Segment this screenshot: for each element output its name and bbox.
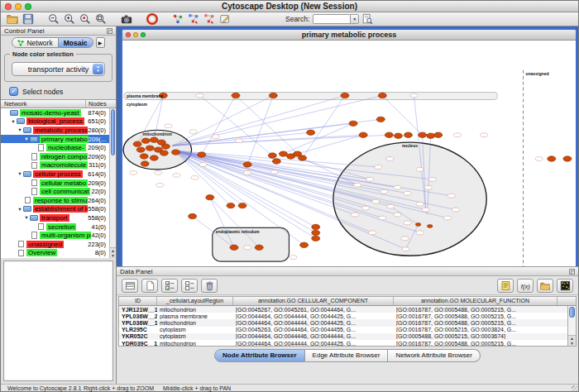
network-node[interactable] — [372, 199, 380, 203]
search-dropdown-arrow-icon[interactable]: ▼ — [351, 14, 359, 24]
select-nodes-checkbox[interactable]: ✓ — [9, 87, 18, 96]
network-node[interactable] — [270, 170, 278, 174]
annotation-icon[interactable] — [218, 13, 232, 26]
zoom-in-icon[interactable] — [62, 13, 76, 26]
tab-node-attribute-browser[interactable]: Node Attribute Browser — [214, 349, 305, 362]
tree-row-unassigned[interactable]: unassigned223(0) — [1, 240, 116, 249]
plasma-membrane-region[interactable] — [124, 93, 497, 100]
tree-scrollbar-arrows[interactable]: ▲▼ — [110, 247, 116, 258]
network-node[interactable] — [244, 246, 251, 250]
attribute-search-icon[interactable] — [360, 13, 374, 26]
edit-network-red-icon[interactable] — [202, 13, 216, 26]
network-node-selected-color[interactable] — [419, 132, 427, 137]
tree-row-multi-organism-pro[interactable]: multi-organism pro42(0) — [1, 231, 116, 240]
network-node-selected-color[interactable] — [300, 242, 309, 247]
expand-triangle-icon[interactable]: ▼ — [17, 127, 23, 132]
tree-row-biological-process[interactable]: ▼biological_process651(0) — [1, 117, 116, 127]
expand-triangle-icon[interactable]: ▼ — [17, 171, 23, 176]
network-node-selected-color[interactable] — [307, 130, 315, 135]
network-node-selected-color[interactable] — [243, 162, 251, 167]
zoom-selected-icon[interactable] — [78, 13, 92, 26]
network-node[interactable] — [375, 165, 382, 170]
network-node-selected-color[interactable] — [206, 195, 214, 200]
network-node[interactable] — [416, 231, 423, 235]
network-node-selected-color[interactable] — [133, 141, 141, 146]
network-node-selected-color[interactable] — [269, 93, 277, 98]
network-node[interactable] — [290, 256, 297, 260]
tab-network[interactable]: Network — [12, 37, 58, 48]
network-node[interactable] — [401, 237, 409, 241]
tree-row-secretion[interactable]: secretion41(0) — [1, 222, 116, 232]
tab-mosaic[interactable]: Mosaic — [59, 37, 93, 48]
tree-row-macromolecule[interactable]: macromolecule311(0) — [1, 161, 116, 170]
tree-row-establishment-of-lo[interactable]: ▼establishment of lo558(0) — [1, 205, 116, 214]
tab-network-attribute-browser[interactable]: Network Attribute Browser — [388, 349, 480, 362]
tree-row-cell-communicat[interactable]: cell communicat22(0) — [1, 187, 116, 196]
network-node[interactable] — [366, 177, 374, 181]
network-node-selected-color[interactable] — [227, 203, 235, 208]
float-panel-icon[interactable] — [107, 28, 112, 34]
tab-overflow-arrow[interactable]: ▶ — [96, 37, 105, 48]
table-column-header[interactable]: _cellularLayoutRegion — [157, 297, 233, 305]
search-input[interactable] — [313, 14, 351, 24]
network-node-selected-color[interactable] — [563, 156, 572, 161]
network-node-selected-color[interactable] — [150, 137, 158, 142]
zoom-fit-icon[interactable] — [93, 13, 108, 26]
network-node-selected-color[interactable] — [404, 132, 412, 137]
tree-row-metabolic-process[interactable]: ▼metabolic process280(0) — [1, 126, 116, 135]
help-icon[interactable] — [145, 13, 159, 26]
network-node-selected-color[interactable] — [312, 236, 320, 241]
network-node-selected-color[interactable] — [141, 161, 149, 166]
network-node-selected-color[interactable] — [279, 151, 287, 156]
snapshot-icon[interactable] — [119, 13, 133, 26]
network-node-selected-color[interactable] — [161, 144, 170, 149]
tree-scrollbar-thumb[interactable] — [111, 109, 115, 155]
network-canvas[interactable]: plasma membranecytoplasmmitochondrionnuc… — [122, 41, 576, 280]
network-node[interactable] — [379, 216, 386, 220]
network-node-selected-color[interactable] — [141, 138, 150, 143]
network-node-selected-color[interactable] — [146, 146, 154, 151]
float-panel-icon[interactable] — [569, 269, 575, 275]
birdseye-view-panel[interactable] — [3, 261, 113, 381]
network-node[interactable] — [453, 133, 461, 137]
network-node-selected-color[interactable] — [232, 93, 240, 98]
network-window-titlebar[interactable]: primary metabolic process — [122, 30, 576, 41]
table-row[interactable]: YDR039C__1mitochondrion[GO:0044464, GO:0… — [119, 340, 576, 347]
table-scrollbar-thumb[interactable] — [569, 307, 575, 318]
network-view-window[interactable]: primary metabolic process plasma membran… — [121, 28, 577, 282]
tree-column-nodes[interactable]: Nodes — [86, 100, 116, 108]
network-node-selected-color[interactable] — [272, 159, 280, 164]
network-node-selected-color[interactable] — [415, 222, 420, 226]
network-node[interactable] — [410, 93, 418, 98]
select-attributes-button[interactable] — [161, 279, 178, 293]
network-node[interactable] — [155, 171, 162, 175]
network-node[interactable] — [362, 206, 370, 210]
node-color-dropdown[interactable]: transporter activity ▲▼ — [12, 62, 105, 76]
network-node-selected-color[interactable] — [385, 132, 393, 137]
network-node[interactable] — [394, 185, 401, 189]
network-node[interactable] — [394, 213, 401, 217]
tree-row-primary-metabo[interactable]: ▼primary metabo209(... — [1, 135, 116, 144]
network-node-selected-color[interactable] — [341, 93, 349, 98]
network-node-selected-color[interactable] — [255, 245, 263, 250]
network-node-selected-color[interactable] — [150, 155, 158, 160]
new-document-button[interactable] — [141, 279, 158, 293]
tab-edge-attribute-browser[interactable]: Edge Attribute Browser — [305, 349, 389, 362]
unselect-attributes-button[interactable] — [181, 279, 198, 293]
table-row[interactable]: YKR052Ccytoplasm[GO:0044464, GO:0044446,… — [119, 333, 576, 340]
network-node[interactable] — [535, 157, 543, 161]
tree-row-transport[interactable]: ▼transport558(0) — [1, 213, 116, 222]
table-row[interactable]: YJR121W__1mitochondrion[GO:0045267, GO:0… — [119, 306, 576, 313]
network-node-selected-color[interactable] — [427, 133, 435, 138]
network-node[interactable] — [386, 157, 394, 161]
network-node[interactable] — [156, 183, 164, 187]
network-node[interactable] — [212, 135, 219, 139]
table-column-header[interactable]: annotation.GO CELLULAR_COMPONENT — [233, 297, 394, 305]
network-node[interactable] — [173, 173, 180, 177]
network-node[interactable] — [380, 189, 388, 194]
network-node-selected-color[interactable] — [189, 213, 197, 218]
network-node-selected-color[interactable] — [238, 203, 246, 208]
network-node[interactable] — [244, 171, 251, 175]
edit-network-blue-icon[interactable] — [186, 13, 200, 26]
table-scrollbar-arrows[interactable]: ▲▼ — [568, 335, 576, 346]
